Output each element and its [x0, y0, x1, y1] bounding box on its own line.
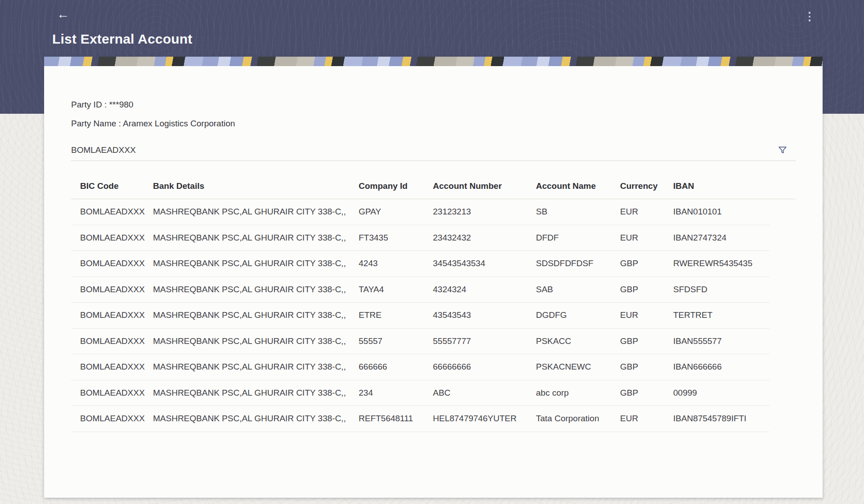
- page-title: List External Account: [52, 31, 192, 47]
- table-cell: EUR: [620, 310, 673, 320]
- table-cell: BOMLAEADXXX: [71, 388, 153, 398]
- table-row[interactable]: BOMLAEADXXXMASHREQBANK PSC,AL GHURAIR CI…: [71, 277, 770, 303]
- table-cell: 43543543: [433, 310, 536, 320]
- table-cell: MASHREQBANK PSC,AL GHURAIR CITY 338-C,,: [153, 362, 359, 372]
- table-cell: MASHREQBANK PSC,AL GHURAIR CITY 338-C,,: [153, 259, 359, 268]
- table-cell: IBAN87545789IFTI: [673, 414, 770, 424]
- table-cell: MASHREQBANK PSC,AL GHURAIR CITY 338-C,,: [153, 285, 359, 294]
- table-cell: IBAN2747324: [673, 233, 770, 243]
- party-name-text: Party Name : Aramex Logistics Corporatio…: [71, 118, 796, 129]
- table-cell: FT3435: [359, 233, 433, 243]
- table-cell: MASHREQBANK PSC,AL GHURAIR CITY 338-C,,: [153, 414, 359, 424]
- table-cell: REFT5648111: [359, 414, 433, 424]
- table-cell: GBP: [620, 388, 673, 398]
- column-header: Currency: [620, 181, 673, 191]
- search-input[interactable]: BOMLAEADXXX: [71, 140, 796, 161]
- table-cell: GBP: [620, 336, 673, 346]
- decorative-banner: [44, 57, 823, 66]
- kebab-dot: [809, 12, 811, 14]
- table-cell: IBAN555577: [673, 336, 770, 346]
- table-row[interactable]: BOMLAEADXXXMASHREQBANK PSC,AL GHURAIR CI…: [71, 406, 770, 432]
- table-cell: 666666: [359, 362, 433, 372]
- table-cell: BOMLAEADXXX: [71, 336, 153, 346]
- column-header: BIC Code: [71, 181, 153, 191]
- table-cell: BOMLAEADXXX: [71, 310, 153, 320]
- table-cell: BOMLAEADXXX: [71, 362, 153, 372]
- kebab-dot: [809, 19, 811, 22]
- table-cell: 66666666: [433, 362, 536, 372]
- table-header-row: BIC CodeBank DetailsCompany IdAccount Nu…: [71, 174, 796, 199]
- table-cell: SDSDFDFDSF: [536, 259, 620, 268]
- content-card: Party ID : ***980 Party Name : Aramex Lo…: [44, 57, 823, 498]
- table-cell: IBAN666666: [673, 362, 770, 372]
- table-cell: TAYA4: [359, 285, 433, 294]
- party-id-text: Party ID : ***980: [71, 99, 796, 110]
- table-cell: SFDSFD: [673, 285, 770, 294]
- table-cell: MASHREQBANK PSC,AL GHURAIR CITY 338-C,,: [153, 233, 359, 243]
- table-cell: TERTRET: [673, 310, 770, 320]
- table-cell: MASHREQBANK PSC,AL GHURAIR CITY 338-C,,: [153, 388, 359, 398]
- table-row[interactable]: BOMLAEADXXXMASHREQBANK PSC,AL GHURAIR CI…: [71, 303, 770, 329]
- table-cell: 4324324: [433, 285, 536, 294]
- table-cell: 4243: [359, 259, 433, 268]
- table-cell: BOMLAEADXXX: [71, 414, 153, 424]
- card-body: Party ID : ***980 Party Name : Aramex Lo…: [44, 99, 823, 432]
- table-cell: IBAN010101: [673, 207, 770, 217]
- table-body: BOMLAEADXXXMASHREQBANK PSC,AL GHURAIR CI…: [71, 199, 796, 432]
- table-cell: abc corp: [536, 388, 620, 398]
- table-cell: GBP: [620, 362, 673, 372]
- table-cell: MASHREQBANK PSC,AL GHURAIR CITY 338-C,,: [153, 207, 359, 217]
- table-cell: GBP: [620, 259, 673, 268]
- table-cell: MASHREQBANK PSC,AL GHURAIR CITY 338-C,,: [153, 310, 359, 320]
- table-cell: EUR: [620, 233, 673, 243]
- table-cell: MASHREQBANK PSC,AL GHURAIR CITY 338-C,,: [153, 336, 359, 346]
- filter-icon[interactable]: [778, 145, 788, 155]
- table-cell: ETRE: [359, 310, 433, 320]
- table-cell: 23123213: [433, 207, 536, 217]
- table-cell: 34543543534: [433, 259, 536, 268]
- table-cell: HEL87479746YUTER: [433, 414, 536, 424]
- back-button[interactable]: ←: [57, 8, 69, 21]
- search-input-value[interactable]: BOMLAEADXXX: [71, 145, 136, 155]
- table-cell: RWEREWR5435435: [673, 259, 770, 268]
- table-cell: 23432432: [433, 233, 536, 243]
- accounts-table: BIC CodeBank DetailsCompany IdAccount Nu…: [71, 174, 796, 432]
- table-cell: BOMLAEADXXX: [71, 259, 153, 268]
- kebab-dot: [809, 16, 811, 18]
- table-cell: Tata Corporation: [536, 414, 620, 424]
- table-cell: ABC: [433, 388, 536, 398]
- table-cell: GBP: [620, 285, 673, 294]
- table-cell: BOMLAEADXXX: [71, 285, 153, 294]
- table-cell: 55557777: [433, 336, 536, 346]
- table-cell: PSKACC: [536, 336, 620, 346]
- kebab-menu-icon[interactable]: [804, 9, 815, 24]
- column-header: Company Id: [359, 181, 433, 191]
- column-header: Account Name: [536, 181, 620, 191]
- table-cell: DGDFG: [536, 310, 620, 320]
- table-row[interactable]: BOMLAEADXXXMASHREQBANK PSC,AL GHURAIR CI…: [71, 380, 770, 406]
- table-cell: GPAY: [359, 207, 433, 217]
- table-row[interactable]: BOMLAEADXXXMASHREQBANK PSC,AL GHURAIR CI…: [71, 354, 770, 380]
- table-cell: BOMLAEADXXX: [71, 207, 153, 217]
- table-cell: EUR: [620, 207, 673, 217]
- table-row[interactable]: BOMLAEADXXXMASHREQBANK PSC,AL GHURAIR CI…: [71, 199, 770, 225]
- table-cell: SAB: [536, 285, 620, 294]
- table-cell: 55557: [359, 336, 433, 346]
- table-row[interactable]: BOMLAEADXXXMASHREQBANK PSC,AL GHURAIR CI…: [71, 329, 770, 355]
- column-header: Bank Details: [153, 181, 359, 191]
- table-cell: EUR: [620, 414, 673, 424]
- table-row[interactable]: BOMLAEADXXXMASHREQBANK PSC,AL GHURAIR CI…: [71, 251, 770, 277]
- column-header: Account Number: [433, 181, 536, 191]
- table-cell: BOMLAEADXXX: [71, 233, 153, 243]
- table-cell: 00999: [673, 388, 770, 398]
- table-cell: SB: [536, 207, 620, 217]
- table-row[interactable]: BOMLAEADXXXMASHREQBANK PSC,AL GHURAIR CI…: [71, 225, 770, 251]
- column-header: IBAN: [673, 181, 796, 191]
- table-cell: PSKACNEWC: [536, 362, 620, 372]
- table-cell: DFDF: [536, 233, 620, 243]
- table-cell: 234: [359, 388, 433, 398]
